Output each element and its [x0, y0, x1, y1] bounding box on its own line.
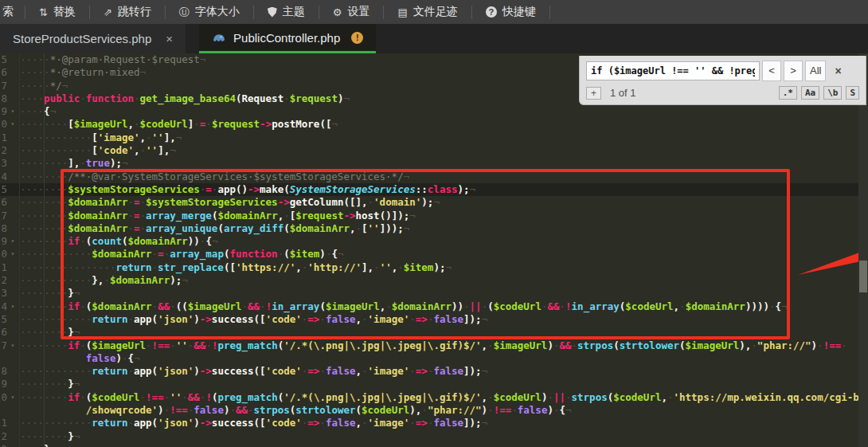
line-number[interactable]: 7 — [0, 210, 7, 222]
fold-arrow-icon[interactable]: ▾ — [7, 105, 18, 118]
line-number[interactable] — [0, 404, 7, 417]
line-number[interactable]: 0 — [0, 248, 7, 261]
line-number[interactable]: 1 — [0, 131, 7, 144]
search-options-row: + 1 of 1 .*Aa\bS — [580, 84, 866, 104]
gutter-cell: 4▾ — [0, 300, 20, 313]
code-line[interactable]: 1············return·app('json')->success… — [0, 417, 868, 429]
gutter-cell: 1 — [0, 261, 20, 274]
regex-option[interactable]: .* — [779, 86, 797, 100]
gutter-cell: 7 — [0, 210, 20, 222]
line-number[interactable]: 3 — [0, 443, 7, 447]
code-line[interactable]: 5············return·app('json')->success… — [0, 313, 868, 326]
toolbar-item-search[interactable]: 索 — [0, 0, 25, 24]
line-number[interactable]: 2 — [0, 274, 7, 287]
code-line[interactable]: 0▾········[$imageUrl,·$codeUrl]·=·$reque… — [0, 118, 868, 131]
code-line[interactable]: 2············['code',·''],¬ — [0, 144, 868, 157]
code-area[interactable]: 5·····*·@param·Request·$request¬6·····*·… — [0, 53, 868, 447]
line-number[interactable]: 8 — [0, 365, 7, 378]
code-line[interactable]: /showqrcode')·!==·false)·&&·strpos(strto… — [0, 404, 868, 417]
in-selection-option[interactable]: S — [846, 86, 859, 100]
code-line[interactable]: 0▾········if·($codeUrl·!==·''·&&·!(preg_… — [0, 391, 868, 404]
toolbar-item-goto-line[interactable]: ⇗跳转行 — [90, 0, 165, 24]
line-number[interactable]: 6 — [0, 196, 7, 209]
line-number[interactable]: 5 — [0, 183, 7, 196]
code-line[interactable]: 8············return·app('json')->success… — [0, 365, 868, 378]
code-line[interactable]: 5········$systemStorageServices·=·app()-… — [0, 183, 868, 196]
code-line[interactable]: 3····}¬ — [0, 443, 868, 447]
toolbar-item-replace[interactable]: ⇅替换 — [25, 0, 89, 24]
fold-arrow-icon[interactable]: ▾ — [7, 391, 18, 404]
line-number[interactable]: 8 — [0, 222, 7, 235]
toolbar-item-theme[interactable]: 主题 — [254, 0, 319, 24]
code-line[interactable]: 8········$domainArr·=·array_unique(array… — [0, 222, 868, 235]
line-number[interactable]: 5 — [0, 313, 7, 326]
code-line[interactable]: 4········/**·@var·SystemStorageServices·… — [0, 171, 868, 183]
scrollbar-thumb[interactable] — [859, 261, 867, 292]
line-number[interactable]: 2 — [0, 430, 7, 443]
line-number[interactable]: 0 — [0, 391, 7, 404]
line-number[interactable]: 3 — [0, 157, 7, 170]
find-all-button[interactable]: All — [805, 61, 826, 81]
code-line[interactable]: 7········$domainArr·=·array_merge($domai… — [0, 210, 868, 222]
fold-arrow-icon[interactable]: ▾ — [7, 248, 18, 261]
tab-store-product-services[interactable]: StoreProductServices.php× — [0, 24, 186, 53]
tab-public-controller[interactable]: PublicController.php! — [199, 24, 376, 53]
code-line[interactable]: false)·{¬ — [0, 352, 868, 365]
toggle-replace-button[interactable]: + — [586, 87, 601, 100]
gutter-cell: 3 — [0, 157, 20, 170]
close-search-icon[interactable]: × — [835, 65, 841, 77]
find-next-button[interactable]: > — [784, 61, 803, 81]
scrollbar-track[interactable] — [858, 53, 868, 447]
close-tab-icon[interactable]: × — [166, 33, 173, 45]
code-text: ············return·app('json')->success(… — [20, 417, 487, 429]
code-line[interactable]: 6········$domainArr·=·$systemStorageServ… — [0, 196, 868, 209]
code-text: ····}¬ — [20, 443, 56, 447]
line-number[interactable]: 7 — [0, 339, 7, 352]
code-line[interactable]: 3········}¬ — [0, 287, 868, 300]
line-number[interactable]: 4 — [0, 171, 7, 183]
toolbar-item-file-footprint[interactable]: ▤文件足迹 — [384, 0, 471, 24]
code-line[interactable]: 9▾········if·(count($domainArr))·{¬ — [0, 235, 868, 248]
line-number[interactable]: 9 — [0, 105, 7, 118]
toolbar-item-font-size[interactable]: Ⓤ字体大小 — [166, 0, 253, 24]
line-number[interactable]: 7 — [0, 80, 7, 92]
gutter-cell: 2 — [0, 274, 20, 287]
code-line[interactable]: 3········],·true);¬ — [0, 157, 868, 170]
fold-arrow-icon[interactable]: ▾ — [7, 339, 18, 352]
line-number[interactable]: 6 — [0, 326, 7, 339]
code-line[interactable]: 9▾····{¬ — [0, 105, 868, 118]
line-number[interactable] — [0, 352, 7, 365]
fold-arrow-icon[interactable]: ▾ — [7, 300, 18, 313]
toolbar-item-shortcuts[interactable]: ?快捷键 — [472, 0, 549, 24]
line-number[interactable]: 2 — [0, 144, 7, 157]
line-number[interactable]: 1 — [0, 417, 7, 429]
search-input[interactable] — [586, 61, 760, 80]
line-number[interactable]: 1 — [0, 261, 7, 274]
line-number[interactable]: 3 — [0, 287, 7, 300]
case-sensitive-option[interactable]: Aa — [801, 86, 819, 100]
code-line[interactable]: 1················return·str_replace(['ht… — [0, 261, 868, 274]
fold-arrow-icon[interactable]: ▾ — [7, 235, 18, 248]
code-line[interactable]: 1············['image',·''],¬ — [0, 131, 868, 144]
code-line[interactable]: 7▾········if·($imageUrl·!==·''·&&·!preg_… — [0, 339, 868, 352]
line-number[interactable]: 9 — [0, 378, 7, 390]
find-prev-button[interactable]: < — [762, 61, 781, 81]
code-line[interactable]: 2············},·$domainArr);¬ — [0, 274, 868, 287]
line-number[interactable]: 8 — [0, 92, 7, 105]
fold-arrow-icon[interactable]: ▾ — [7, 118, 18, 131]
code-line[interactable]: 4▾········if·($domainArr·&&·(($imageUrl·… — [0, 300, 868, 313]
line-number[interactable]: 9 — [0, 235, 7, 248]
line-number[interactable]: 5 — [0, 53, 7, 66]
code-line[interactable]: 6········}¬ — [0, 326, 868, 339]
code-line[interactable]: 0▾············$domainArr·=·array_map(fun… — [0, 248, 868, 261]
code-line[interactable]: 9········}¬ — [0, 378, 868, 390]
code-line[interactable]: 2········}¬ — [0, 430, 868, 443]
gutter-cell: 3 — [0, 287, 20, 300]
line-number[interactable]: 6 — [0, 66, 7, 79]
line-number[interactable]: 0 — [0, 118, 7, 131]
php-elephant-icon — [212, 33, 226, 43]
theme-shield-icon — [268, 7, 277, 18]
toolbar-item-settings[interactable]: ⚙设置 — [319, 0, 384, 24]
whole-word-option[interactable]: \b — [823, 86, 842, 100]
line-number[interactable]: 4 — [0, 300, 7, 313]
